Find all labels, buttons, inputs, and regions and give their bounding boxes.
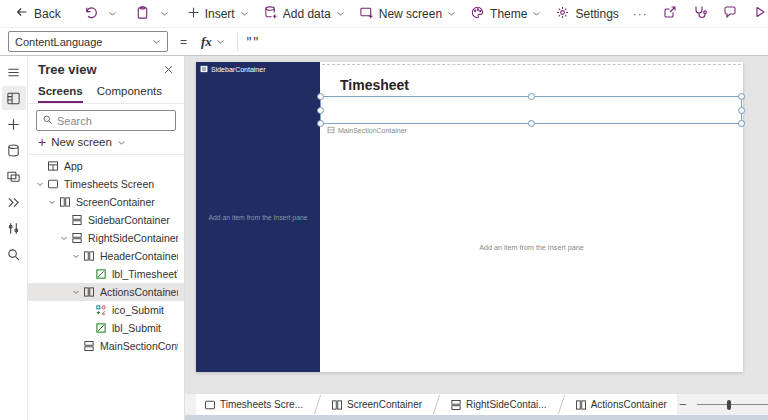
tree-item-Timesheets Screen[interactable]: Timesheets Screen (28, 175, 184, 193)
rail-tree-view-icon[interactable] (2, 86, 26, 110)
add-data-button[interactable]: Add data (256, 2, 352, 26)
more-options-icon[interactable]: ··· (162, 284, 176, 296)
zoom-slider[interactable] (697, 398, 768, 412)
status-bar: Timesheets Scre...ScreenContainerRightSi… (185, 394, 768, 415)
settings-button[interactable]: Settings (548, 2, 625, 26)
paste-button[interactable] (128, 2, 157, 26)
hcontainer-icon (58, 196, 72, 208)
undo-dropdown[interactable] (105, 2, 120, 26)
breadcrumb: Timesheets Scre...ScreenContainerRightSi… (196, 394, 677, 415)
property-name: ContentLanguage (15, 36, 102, 48)
tab-screens[interactable]: Screens (38, 83, 83, 103)
resize-handle-mid-left[interactable] (317, 107, 324, 114)
chevron-down-icon[interactable] (33, 180, 46, 188)
vcontainer-icon (450, 399, 462, 411)
main-hint-text: Add an item from the Insert pane (320, 243, 743, 252)
tree-item-ico_Submit[interactable]: ico_Submit (28, 301, 184, 319)
theme-button[interactable]: Theme (463, 2, 548, 26)
tree-item-label: HeaderContainer (100, 250, 178, 262)
tree-item-label: RightSideContainer (88, 232, 178, 244)
zoom-out-button[interactable]: − (677, 397, 689, 412)
resize-handle-top-left[interactable] (317, 93, 324, 100)
resize-handle-mid-right[interactable] (738, 107, 745, 114)
share-button[interactable] (655, 2, 685, 26)
new-screen-button[interactable]: New screen (352, 2, 463, 26)
property-selector[interactable]: ContentLanguage (8, 31, 168, 52)
toolbar-right-group (655, 2, 768, 26)
breadcrumb-separator (557, 394, 567, 415)
rail-media-icon[interactable] (2, 164, 26, 188)
sidebar-hint-text: Add an item from the Insert pane (196, 214, 320, 221)
container-icon (200, 65, 208, 73)
resize-handle-bottom-right[interactable] (738, 120, 745, 127)
vcontainer-icon (82, 340, 96, 352)
formula-input[interactable]: "" (246, 36, 760, 48)
equals-symbol: = (180, 35, 187, 49)
timesheet-title-label[interactable]: Timesheet (340, 77, 409, 93)
chevron-down-icon[interactable] (57, 234, 70, 242)
vcontainer-icon (70, 232, 84, 244)
zoom-slider-thumb[interactable] (727, 400, 731, 410)
paste-dropdown[interactable] (157, 2, 172, 26)
fx-dropdown[interactable]: fx (197, 34, 229, 50)
breadcrumb-item-ActionsContainer[interactable]: ActionsContainer (567, 394, 677, 415)
rail-power-automate-icon[interactable] (2, 190, 26, 214)
rail-insert-icon[interactable] (2, 112, 26, 136)
canvas-scrollbar[interactable] (185, 415, 768, 420)
rail-search-icon[interactable] (2, 242, 26, 266)
power-apps-studio: Back Insert (0, 0, 768, 420)
undo-button[interactable] (76, 2, 105, 26)
insert-label: Insert (205, 7, 235, 21)
tree-item-lbl_Submit[interactable]: lbl_Submit (28, 319, 184, 337)
sidebar-container[interactable]: SidebarContainer Add an item from the In… (196, 62, 320, 372)
search-input[interactable] (57, 115, 167, 127)
app-checker-button[interactable] (685, 2, 715, 26)
app-canvas[interactable]: SidebarContainer Add an item from the In… (196, 62, 743, 372)
insert-button[interactable]: Insert (180, 2, 256, 26)
main-section-container-tag: MainSectionContainer (327, 126, 407, 134)
tree-item-HeaderContainer[interactable]: HeaderContainer (28, 247, 184, 265)
search-icon (42, 114, 53, 128)
comments-icon (722, 4, 738, 23)
zoom-controls: − + 70 % (677, 397, 768, 412)
breadcrumb-item-ScreenContainer[interactable]: ScreenContainer (323, 394, 432, 415)
top-toolbar: Back Insert (0, 0, 768, 28)
chevron-down-icon[interactable] (69, 288, 82, 296)
tree-item-MainSectionContainer[interactable]: MainSectionContainer (28, 337, 184, 355)
screen-icon (204, 399, 216, 411)
rail-advanced-tools-icon[interactable] (2, 216, 26, 240)
close-icon[interactable] (163, 64, 174, 75)
resize-handle-top-center[interactable] (528, 93, 535, 100)
hcontainer-icon (82, 250, 96, 262)
tree-view-title: Tree view (38, 62, 97, 77)
tree-item-label: MainSectionContainer (100, 340, 178, 352)
new-screen-tree-button[interactable]: + New screen (28, 131, 184, 153)
tree-item-RightSideContainer[interactable]: RightSideContainer (28, 229, 184, 247)
tree-item-label: SidebarContainer (88, 214, 170, 226)
resize-handle-top-right[interactable] (738, 93, 745, 100)
resize-handle-bottom-center[interactable] (528, 120, 535, 127)
breadcrumb-item-RightSideContai[interactable]: RightSideContai... (442, 394, 557, 415)
resize-handle-bottom-left[interactable] (317, 120, 324, 127)
tree-item-App[interactable]: App (28, 157, 184, 175)
chevron-down-icon[interactable] (45, 198, 58, 206)
tree-item-ScreenContainer[interactable]: ScreenContainer (28, 193, 184, 211)
tree-item-SidebarContainer[interactable]: SidebarContainer (28, 211, 184, 229)
rail-menu-icon[interactable] (2, 60, 26, 84)
tab-components[interactable]: Components (97, 83, 162, 103)
settings-label: Settings (575, 7, 618, 21)
tree-item-label: ico_Submit (112, 304, 164, 316)
toolbar-more-button[interactable]: ··· (626, 2, 655, 26)
comments-button[interactable] (715, 2, 745, 26)
chevron-down-icon[interactable] (69, 252, 82, 260)
tree-item-ActionsContainer[interactable]: ActionsContainer··· (28, 283, 184, 301)
tree-item-lbl_TimesheetTitle[interactable]: lbl_TimesheetTitle (28, 265, 184, 283)
breadcrumb-item-Timesheets Scre[interactable]: Timesheets Scre... (196, 394, 313, 415)
new-screen-label: New screen (379, 7, 442, 21)
main-section-container-label: MainSectionContainer (338, 127, 407, 134)
preview-app-button[interactable] (745, 2, 768, 26)
back-button[interactable]: Back (8, 2, 68, 26)
actions-container-selection[interactable] (320, 96, 742, 124)
rail-data-icon[interactable] (2, 138, 26, 162)
theme-label: Theme (490, 7, 527, 21)
